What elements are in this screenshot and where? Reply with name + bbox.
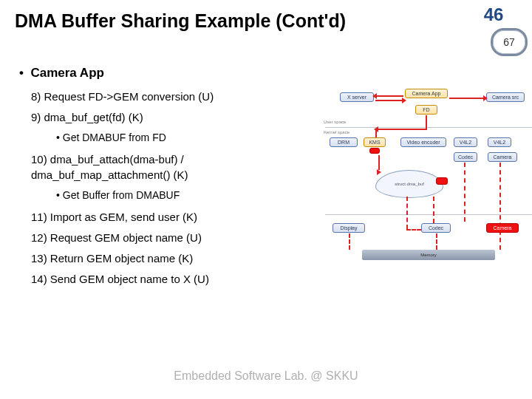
diagram-node-struct-dmabuf: struct dma_buf bbox=[375, 170, 443, 198]
diagram-node-codec-a: Codec bbox=[454, 152, 477, 162]
diagram-node-kms: KMS bbox=[364, 137, 386, 147]
step-11: 11) Import as GEM, send user (K) bbox=[31, 210, 300, 225]
diagram-node-memory: Memory bbox=[362, 250, 495, 260]
page-title: DMA Buffer Sharing Example (Cont'd) bbox=[15, 10, 346, 32]
step-9: 9) dma_buf_get(fd) (K) bbox=[31, 110, 300, 125]
diagram-node-camera-app: Camera App bbox=[405, 89, 448, 98]
diagram-node-camera-hw: Camera bbox=[486, 223, 519, 233]
page-number-major: 46 bbox=[476, 4, 511, 25]
diagram-node-display-hw: Display bbox=[332, 223, 365, 233]
step-14: 14) Send GEM object name to X (U) bbox=[31, 272, 300, 287]
page-number-minor: 67 bbox=[503, 36, 515, 48]
step-8: 8) Request FD->GEM conversion (U) bbox=[31, 89, 300, 104]
diagram-highlight-kms bbox=[369, 148, 380, 154]
architecture-diagram: User space Kernel space X server Camera … bbox=[325, 89, 532, 303]
diagram-node-fd: FD bbox=[415, 105, 437, 115]
diagram-node-camera-src: Camera src bbox=[486, 92, 525, 102]
diagram-node-video-encoder: Video encoder bbox=[400, 137, 446, 147]
step-10-sub: Get Buffer from DMABUF bbox=[63, 189, 180, 201]
step-10: 10) dma_buf_attach(dma-buf) / dma_buf_ma… bbox=[31, 152, 300, 183]
diagram-node-drm: DRM bbox=[330, 137, 358, 147]
diagram-label-kernel: Kernel space bbox=[324, 130, 349, 134]
diagram-highlight-dmabuf bbox=[436, 177, 448, 185]
step-13: 13) Return GEM object name (K) bbox=[31, 251, 300, 266]
footer-text: Embedded Software Lab. @ SKKU bbox=[0, 369, 532, 383]
step-12: 12) Request GEM object name (U) bbox=[31, 231, 300, 245]
step-9-sub: Get DMABUF from FD bbox=[63, 132, 166, 143]
content-block: • Camera App 8) Request FD->GEM conversi… bbox=[19, 65, 300, 293]
diagram-node-v4l2-b: V4L2 bbox=[488, 137, 511, 147]
section-heading: Camera App bbox=[30, 66, 104, 80]
diagram-label-user: User space bbox=[324, 120, 346, 124]
diagram-node-camera-drv: Camera bbox=[488, 152, 517, 162]
page-number-minor-badge: 67 bbox=[491, 28, 528, 56]
diagram-node-codec-hw: Codec bbox=[421, 223, 451, 233]
diagram-node-v4l2-a: V4L2 bbox=[454, 137, 477, 147]
diagram-node-xserver: X server bbox=[340, 92, 374, 102]
